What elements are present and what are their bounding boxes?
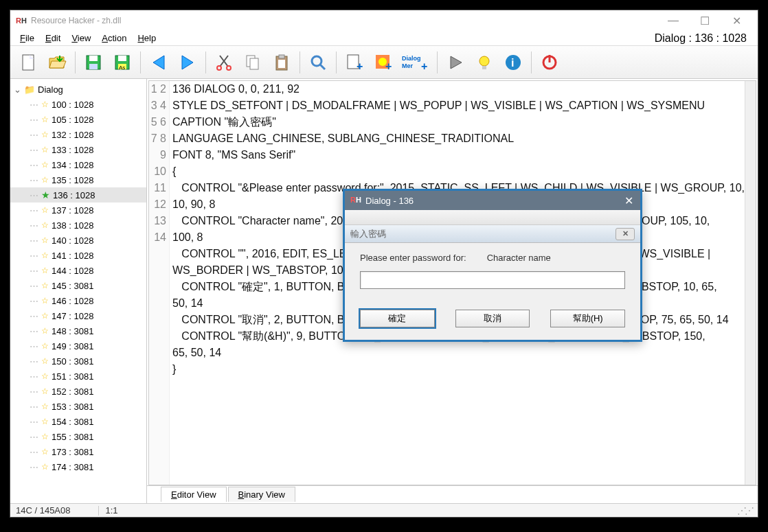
preview-toolbar — [345, 210, 640, 225]
play-button[interactable] — [442, 50, 469, 75]
tree-item-label: 132 : 1028 — [52, 130, 93, 140]
tree-item[interactable]: ⋯☆154 : 3081 — [10, 414, 146, 429]
tree-item-label: 135 : 1028 — [52, 175, 93, 185]
tree-item-label: 140 : 1028 — [52, 235, 93, 246]
menu-view[interactable]: View — [66, 32, 96, 45]
tree-item-label: 146 : 1028 — [52, 296, 93, 306]
star-icon: ☆ — [41, 100, 49, 109]
svg-rect-9 — [118, 56, 126, 61]
power-button[interactable] — [536, 50, 563, 75]
tree-item[interactable]: ⋯☆100 : 1028 — [10, 97, 146, 112]
tree-item[interactable]: ⋯☆144 : 1028 — [10, 263, 146, 278]
nav-forward-button[interactable] — [174, 50, 201, 75]
tree-item[interactable]: ⋯☆138 : 1028 — [10, 218, 146, 233]
dialog-merge-button[interactable]: DialogMer+ — [398, 50, 433, 75]
tree-item[interactable]: ⋯☆146 : 1028 — [10, 293, 146, 308]
tree-item[interactable]: ⋯☆147 : 1028 — [10, 308, 146, 323]
open-folder-button[interactable] — [43, 50, 71, 75]
tree-item[interactable]: ⋯☆133 : 1028 — [10, 142, 146, 157]
info-button[interactable]: i — [499, 50, 527, 75]
cancel-button[interactable]: 取消 — [455, 310, 530, 327]
tree-item[interactable]: ⋯☆153 : 3081 — [10, 399, 146, 414]
svg-rect-3 — [23, 55, 34, 70]
tab-binary-view[interactable]: Binary View — [228, 487, 295, 502]
tree-item-label: 141 : 1028 — [52, 251, 93, 261]
toolbar: As + + DialogMer+ i — [10, 46, 758, 79]
tree-item[interactable]: ⋯☆132 : 1028 — [10, 127, 146, 142]
tree-connector: ⋯ — [30, 341, 38, 351]
preview-title: Dialog - 136 — [365, 196, 414, 206]
tree-item[interactable]: ⋯☆145 : 3081 — [10, 278, 146, 293]
add-resource-button[interactable]: + — [370, 50, 397, 75]
tree-item[interactable]: ⋯★136 : 1028 — [10, 187, 146, 203]
star-icon: ☆ — [41, 356, 49, 366]
star-icon: ☆ — [41, 130, 49, 139]
save-button[interactable] — [80, 50, 107, 75]
resize-grip[interactable]: ⋰⋰ — [737, 505, 752, 516]
svg-text:As: As — [119, 65, 125, 71]
resource-tree[interactable]: ⌄ 📁 Dialog ⋯☆100 : 1028⋯☆105 : 1028⋯☆132… — [10, 79, 147, 503]
star-icon: ☆ — [41, 145, 49, 154]
tree-item-label: 144 : 1028 — [52, 266, 93, 276]
menu-action[interactable]: Action — [96, 32, 132, 45]
star-icon: ☆ — [41, 386, 49, 396]
menu-help[interactable]: Help — [132, 32, 161, 45]
svg-point-21 — [312, 56, 321, 66]
star-icon: ☆ — [41, 447, 49, 456]
tree-item-label: 148 : 3081 — [52, 326, 93, 336]
svg-text:R: R — [350, 196, 356, 204]
find-button[interactable] — [304, 50, 332, 75]
nav-back-button[interactable] — [145, 50, 172, 75]
maximize-button[interactable]: ☐ — [689, 10, 721, 31]
help-button[interactable]: 幫助(H) — [550, 310, 625, 327]
password-input[interactable] — [360, 271, 625, 289]
titlebar: RH Resource Hacker - zh.dll — ☐ ✕ — [10, 10, 758, 31]
tree-connector: ⋯ — [30, 326, 38, 336]
vertical-scrollbar[interactable] — [745, 81, 756, 485]
tree-item[interactable]: ⋯☆105 : 1028 — [10, 112, 146, 127]
copy-button[interactable] — [239, 50, 267, 75]
tree-item[interactable]: ⋯☆152 : 3081 — [10, 384, 146, 399]
tree-item[interactable]: ⋯☆173 : 3081 — [10, 444, 146, 459]
save-as-button[interactable]: As — [109, 50, 136, 75]
tab-editor-view[interactable]: Editor View — [161, 487, 227, 502]
svg-text:Dialog: Dialog — [402, 55, 421, 62]
tree-item[interactable]: ⋯☆135 : 1028 — [10, 172, 146, 187]
tree-item-label: 100 : 1028 — [52, 100, 93, 110]
star-icon: ☆ — [41, 296, 49, 305]
dialog-caption-bar[interactable]: 輸入密碼 ✕ — [345, 225, 640, 243]
tree-folder-dialog[interactable]: ⌄ 📁 Dialog — [10, 82, 146, 97]
dialog-close-button[interactable]: ✕ — [615, 228, 635, 240]
minimize-button[interactable]: — — [657, 10, 689, 31]
cut-button[interactable] — [210, 50, 238, 75]
paste-button[interactable] — [268, 50, 295, 75]
tree-item[interactable]: ⋯☆174 : 3081 — [10, 459, 146, 474]
tree-item[interactable]: ⋯☆134 : 1028 — [10, 157, 146, 172]
dialog-preview-window[interactable]: RH Dialog - 136 ✕ 輸入密碼 ✕ Please enter pa… — [343, 189, 642, 342]
new-file-button[interactable] — [14, 50, 42, 75]
preview-close-button[interactable]: ✕ — [622, 194, 635, 207]
menu-file[interactable]: File — [14, 32, 40, 45]
tree-item-label: 151 : 3081 — [52, 371, 93, 382]
menu-edit[interactable]: Edit — [40, 32, 66, 45]
chevron-down-icon[interactable]: ⌄ — [13, 84, 21, 95]
tree-item[interactable]: ⋯☆141 : 1028 — [10, 248, 146, 263]
svg-rect-17 — [250, 58, 258, 69]
tree-item[interactable]: ⋯☆148 : 3081 — [10, 323, 146, 338]
add-script-button[interactable]: + — [341, 50, 368, 75]
close-button[interactable]: ✕ — [721, 10, 752, 31]
toolbar-separator — [437, 51, 438, 73]
ok-button[interactable]: 確定 — [360, 310, 435, 327]
tree-item[interactable]: ⋯☆137 : 1028 — [10, 203, 146, 218]
tree-item-label: 153 : 3081 — [52, 402, 93, 412]
tree-connector: ⋯ — [30, 145, 38, 155]
preview-titlebar[interactable]: RH Dialog - 136 ✕ — [345, 191, 640, 210]
tree-folder-label: Dialog — [38, 84, 63, 95]
bulb-button[interactable] — [471, 50, 498, 75]
tree-item[interactable]: ⋯☆149 : 3081 — [10, 338, 146, 354]
svg-text:R: R — [16, 16, 21, 25]
tree-item[interactable]: ⋯☆151 : 3081 — [10, 369, 146, 384]
tree-item[interactable]: ⋯☆140 : 1028 — [10, 233, 146, 248]
tree-item[interactable]: ⋯☆155 : 3081 — [10, 429, 146, 444]
tree-item[interactable]: ⋯☆150 : 3081 — [10, 354, 146, 369]
